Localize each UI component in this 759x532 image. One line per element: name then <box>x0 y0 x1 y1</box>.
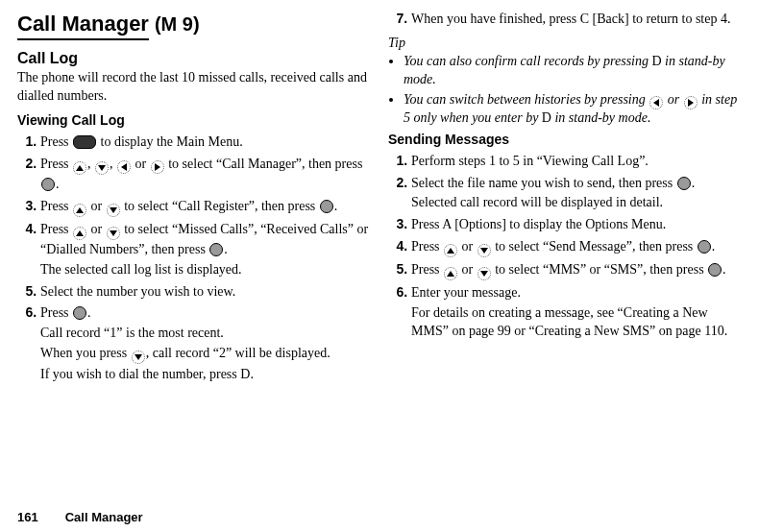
d-key-icon: D <box>542 110 551 125</box>
step-text: . <box>712 239 716 254</box>
step-text: to select “MMS” or “SMS”, then press <box>492 262 707 277</box>
tip-text: You can also confirm call records by pre… <box>404 54 651 68</box>
a-key-icon: A <box>442 217 451 231</box>
step-6: Press . Call record “1” is the most rece… <box>40 303 371 384</box>
sm-step-2: Select the file name you wish to send, t… <box>411 174 742 212</box>
down-icon <box>477 267 491 280</box>
footer-section: Call Manager <box>65 509 143 526</box>
step-text: Press <box>40 305 72 320</box>
step-text: or <box>87 199 106 213</box>
step-text: Press <box>411 217 442 231</box>
step-text: or <box>132 157 150 171</box>
step-1: Press to display the Main Menu. <box>40 133 371 152</box>
tip-text: or <box>664 92 682 107</box>
title-main: Call Manager <box>17 10 149 40</box>
step-text: Perform steps 1 to 5 in “Viewing Call Lo… <box>411 154 649 168</box>
main-button-icon <box>73 135 96 149</box>
step-extra: If you wish to dial the number, press D. <box>40 366 371 384</box>
step-2: Press , , or to select “Call Manager”, t… <box>40 155 371 194</box>
step-text: to select “Call Register”, then press <box>121 199 319 213</box>
left-icon <box>649 96 663 109</box>
down-icon <box>477 244 491 257</box>
sm-step-6: Enter your message. For details on creat… <box>411 283 742 341</box>
step-text: When you press <box>40 346 131 360</box>
sm-step-4: Press or to select “Send Message”, then … <box>411 237 742 257</box>
center-button-icon <box>698 240 711 254</box>
d-key-icon: D <box>651 54 661 68</box>
up-icon <box>73 161 86 175</box>
step-text: or <box>458 239 477 254</box>
step-text: Select the number you wish to view. <box>40 284 235 299</box>
step-text: Press <box>40 199 72 213</box>
step-text: to select “Send Message”, then press <box>492 239 697 254</box>
right-icon <box>684 96 698 109</box>
subheading-sending-messages: Sending Messages <box>388 131 742 149</box>
step-extra: When you press , call record “2” will be… <box>40 345 371 364</box>
viewing-call-log-steps-continued: When you have finished, press C [Back] t… <box>388 10 742 29</box>
footer: 161 Call Manager <box>0 509 143 526</box>
step-extra: For details on creating a message, see “… <box>411 304 742 341</box>
step-text: , <box>87 157 94 171</box>
page-title: Call Manager (M 9) <box>17 10 371 40</box>
step-text: Press <box>40 134 72 149</box>
up-icon <box>444 267 457 280</box>
step-text: If you wish to dial the number, press <box>40 367 240 381</box>
sending-messages-steps: Perform steps 1 to 5 in “Viewing Call Lo… <box>388 152 742 340</box>
sm-step-1: Perform steps 1 to 5 in “Viewing Call Lo… <box>411 152 742 171</box>
center-button-icon <box>73 306 86 320</box>
center-button-icon <box>677 177 691 190</box>
center-button-icon <box>320 200 333 213</box>
step-text: When you have finished, press <box>411 12 580 26</box>
down-icon <box>107 204 120 217</box>
step-text: . <box>87 305 91 320</box>
down-icon <box>107 227 120 240</box>
up-icon <box>444 244 457 257</box>
tip-1: You can also confirm call records by pre… <box>404 53 742 89</box>
step-text: [Options] to display the Options Menu. <box>452 217 667 231</box>
tip-list: You can also confirm call records by pre… <box>404 53 742 128</box>
tip-label: Tip <box>388 35 742 53</box>
up-icon <box>73 204 86 217</box>
step-extra: The selected call log list is displayed. <box>40 261 371 279</box>
sm-step-3: Press A [Options] to display the Options… <box>411 215 742 234</box>
up-icon <box>73 227 86 240</box>
center-button-icon <box>41 178 55 191</box>
center-button-icon <box>708 263 722 277</box>
step-extra: Call record “1” is the most recent. <box>40 325 371 343</box>
step-text: Enter your message. <box>411 285 521 300</box>
step-text: . <box>722 262 726 277</box>
right-icon <box>151 160 164 174</box>
c-key-icon: C <box>580 12 589 26</box>
sm-step-5: Press or to select “MMS” or “SMS”, then … <box>411 260 742 280</box>
step-text: . <box>224 242 228 256</box>
viewing-call-log-steps: Press to display the Main Menu. Press , … <box>17 133 371 384</box>
step-text: to select “Call Manager”, then press <box>165 157 363 171</box>
step-text: Press <box>411 262 443 277</box>
tip-text: in stand-by mode. <box>551 110 650 125</box>
page-number: 161 <box>17 509 38 526</box>
step-text: . <box>250 367 254 381</box>
subheading-viewing-call-log: Viewing Call Log <box>17 111 371 130</box>
step-text: . <box>334 199 338 213</box>
d-key-icon: D <box>240 367 250 381</box>
step-text: or <box>87 222 106 236</box>
section-call-log: Call Log <box>17 48 371 69</box>
step-text: . <box>56 177 60 191</box>
step-text: Press <box>40 222 72 236</box>
center-button-icon <box>209 243 223 256</box>
tip-text: You can switch between histories by pres… <box>404 92 649 107</box>
step-text: or <box>458 262 477 277</box>
step-text: [Back] to return to step 4. <box>589 12 730 26</box>
step-text: , call record “2” will be displayed. <box>146 346 331 360</box>
down-icon <box>132 351 145 364</box>
step-4: Press or to select “Missed Calls”, “Rece… <box>40 220 371 279</box>
title-suffix: (M 9) <box>155 12 200 37</box>
step-5: Select the number you wish to view. <box>40 282 371 302</box>
step-text: Press <box>411 239 443 254</box>
step-text: Select the file name you wish to send, t… <box>411 176 676 190</box>
step-7: When you have finished, press C [Back] t… <box>411 10 742 29</box>
step-text: , <box>110 157 116 171</box>
call-log-intro: The phone will record the last 10 missed… <box>17 69 371 106</box>
down-icon <box>95 161 109 175</box>
tip-2: You can switch between histories by pres… <box>404 91 742 128</box>
